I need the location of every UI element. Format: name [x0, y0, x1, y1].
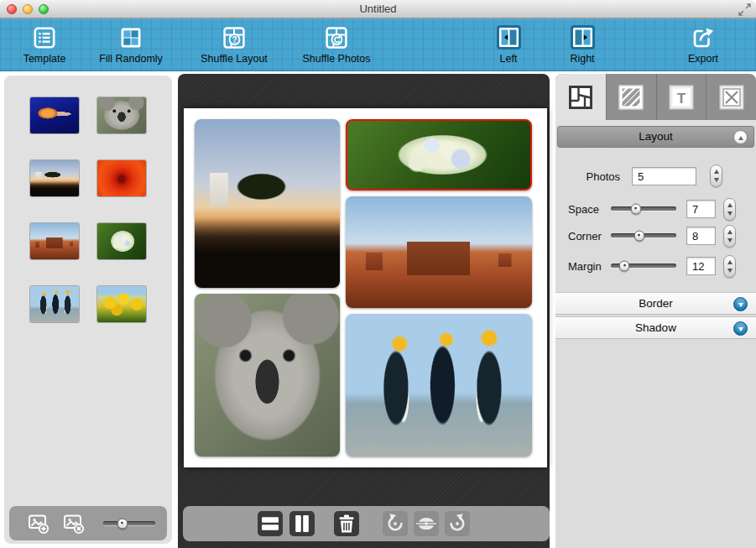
layout-tab-icon [567, 84, 594, 111]
add-photo-button[interactable] [28, 513, 50, 535]
shadow-section-title: Shadow [555, 321, 756, 334]
collage-canvas [178, 74, 550, 548]
split-vertical-icon [289, 511, 315, 536]
fill-randomly-label: Fill Randomly [91, 53, 171, 65]
thumbnail-size-slider-knob[interactable] [117, 518, 128, 529]
shuffle-layout-icon: ? [193, 23, 275, 52]
toggle-right-panel-icon [559, 23, 606, 52]
corner-slider-knob[interactable] [633, 230, 644, 241]
flip-vertical-icon [414, 511, 439, 536]
photo-library-list [4, 76, 172, 544]
photos-label: Photos [572, 170, 620, 183]
tab-layout[interactable] [555, 74, 606, 120]
collage-cell-koala[interactable] [195, 294, 340, 457]
fill-randomly-icon [91, 23, 171, 52]
toggle-left-panel-button[interactable]: Left [485, 23, 532, 65]
toggle-left-panel-label: Left [485, 53, 532, 65]
clear-tab-icon [718, 84, 745, 111]
titlebar: Untitled [0, 0, 756, 18]
layout-section-header[interactable]: Layout [557, 126, 754, 148]
expand-shadow-icon[interactable] [733, 321, 748, 336]
rotate-left-button[interactable] [383, 511, 408, 536]
export-label: Export [676, 53, 730, 65]
shuffle-photos-button[interactable]: Shuffle Photos [295, 23, 378, 65]
shuffle-layout-label: Shuffle Layout [193, 53, 275, 65]
split-vertical-button[interactable] [289, 511, 315, 536]
thumbnail-lighthouse-sunset[interactable] [30, 160, 79, 196]
tabs-bottom-strip [555, 120, 756, 126]
margin-field[interactable] [686, 257, 716, 275]
resize-arrows-icon[interactable] [738, 3, 752, 17]
background-pattern-tab-icon [618, 84, 644, 111]
space-stepper[interactable] [723, 198, 736, 221]
corner-label: Corner [568, 230, 602, 243]
thumbnail-jellyfish[interactable] [30, 97, 79, 133]
main-toolbar: Template Fill Randomly ? [0, 18, 756, 71]
thumbnail-koala[interactable] [97, 97, 146, 133]
shadow-section-header[interactable]: Shadow [555, 316, 756, 339]
margin-slider-knob[interactable] [619, 260, 630, 271]
collage-cell-hydrangea-selected[interactable] [346, 119, 532, 190]
border-section-header[interactable]: Border [555, 292, 756, 315]
collage-cell-lighthouse-sunset[interactable] [195, 119, 340, 288]
collage-page [184, 108, 547, 467]
template-icon [15, 23, 74, 52]
photos-count-field[interactable] [632, 167, 696, 185]
tab-background[interactable] [606, 74, 656, 120]
fill-randomly-button[interactable]: Fill Randomly [91, 23, 171, 65]
thumbnail-penguins[interactable] [30, 286, 79, 322]
svg-text:?: ? [232, 34, 237, 44]
thumbnail-size-slider[interactable] [103, 521, 155, 525]
toggle-left-panel-icon [485, 23, 532, 52]
delete-photo-button[interactable] [334, 511, 359, 536]
corner-stepper[interactable] [723, 225, 736, 248]
inspector-tabs: T [555, 74, 756, 120]
thumbnail-red-flower[interactable] [97, 160, 146, 196]
rotate-right-button[interactable] [445, 511, 470, 536]
thumbnail-yellow-tulips[interactable] [97, 286, 146, 322]
split-horizontal-icon [258, 511, 283, 536]
space-field[interactable] [686, 200, 716, 218]
collapse-layout-icon[interactable] [733, 130, 748, 144]
inspector-panel: T Layout Photos Space [555, 74, 756, 548]
margin-stepper[interactable] [723, 255, 736, 278]
space-slider[interactable] [611, 206, 676, 211]
corner-slider[interactable] [611, 233, 676, 237]
text-tab-icon: T [668, 84, 695, 111]
shuffle-layout-button[interactable]: ? Shuffle Layout [193, 23, 275, 65]
margin-label: Margin [568, 260, 602, 273]
photos-count-stepper[interactable] [710, 164, 722, 187]
corner-field[interactable] [686, 227, 716, 245]
tab-text[interactable]: T [656, 74, 706, 120]
tab-clear[interactable] [706, 74, 756, 120]
rotate-right-icon [445, 511, 470, 536]
margin-slider[interactable] [611, 264, 676, 268]
shuffle-photos-label: Shuffle Photos [295, 53, 378, 65]
toggle-right-panel-button[interactable]: Right [559, 23, 606, 65]
window-title: Untitled [0, 3, 756, 15]
shuffle-photos-icon [295, 23, 378, 52]
split-horizontal-button[interactable] [258, 511, 283, 536]
template-label: Template [15, 53, 74, 65]
space-label: Space [568, 203, 599, 216]
toggle-right-panel-label: Right [559, 53, 606, 65]
flip-vertical-button[interactable] [414, 511, 439, 536]
export-button[interactable]: Export [676, 23, 730, 65]
svg-text:T: T [677, 90, 686, 106]
app-window: Untitled Template [0, 0, 756, 548]
remove-photo-button[interactable] [63, 513, 85, 535]
remove-photo-icon [63, 513, 85, 535]
rotate-left-icon [383, 511, 408, 536]
layout-section-title: Layout [558, 130, 753, 143]
thumbnail-monument-valley[interactable] [30, 223, 79, 259]
collage-cell-penguins[interactable] [346, 314, 532, 457]
trash-icon [334, 511, 359, 536]
collage-cell-monument-valley[interactable] [346, 196, 532, 308]
space-slider-knob[interactable] [630, 203, 641, 214]
add-photo-icon [28, 513, 50, 535]
template-button[interactable]: Template [15, 23, 74, 65]
expand-border-icon[interactable] [733, 297, 748, 311]
thumbnail-hydrangea[interactable] [97, 223, 146, 259]
canvas-toolbar [183, 506, 550, 541]
export-icon [676, 23, 730, 52]
